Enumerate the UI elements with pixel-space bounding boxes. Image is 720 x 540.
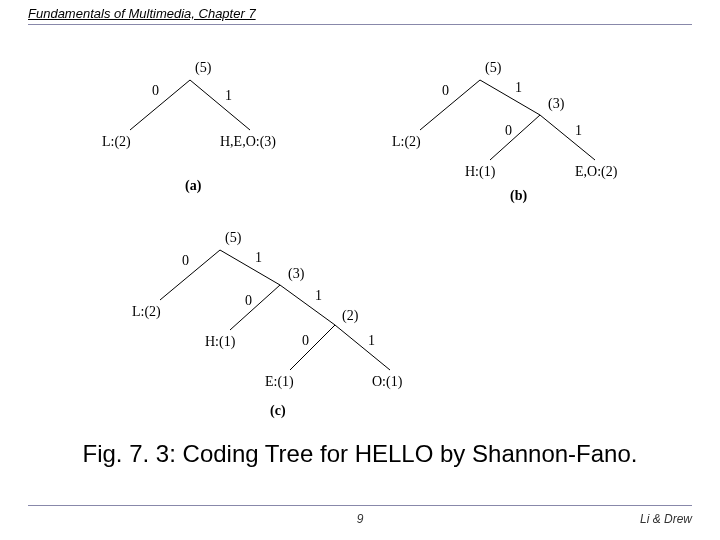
trees-svg: (5) 0 1 L:(2) H,E,O:(3) (a) (5) 0 1 L:(2… [100,60,640,440]
tree-c-sub2-count: (2) [342,308,359,324]
svg-line-2 [420,80,480,130]
tree-c-leaf-left: L:(2) [132,304,161,320]
footer-authors: Li & Drew [640,512,692,526]
svg-line-4 [490,115,540,160]
footer-page-number: 9 [357,512,364,526]
tree-c-root-count: (5) [225,230,242,246]
tree-b-edge-left: 0 [442,83,449,98]
svg-line-6 [160,250,220,300]
tree-a-edge-left: 0 [152,83,159,98]
tree-a-label: (a) [185,178,202,194]
slide-footer: 9 Li & Drew [28,505,692,526]
tree-a-root-count: (5) [195,60,212,76]
slide-header: Fundamentals of Multimedia, Chapter 7 [28,4,692,33]
tree-c-sub2-leaf-right: O:(1) [372,374,403,390]
tree-c-sub1-count: (3) [288,266,305,282]
tree-a-leaf-left: L:(2) [102,134,131,150]
tree-c-sub2-leaf-left: E:(1) [265,374,294,390]
tree-b: (5) 0 1 L:(2) (3) 0 1 H:(1) E,O:(2) (b) [392,60,618,204]
tree-c-sub1-edge-right: 1 [315,288,322,303]
header-title: Fundamentals of Multimedia, Chapter 7 [28,6,256,21]
tree-c-edge-right: 1 [255,250,262,265]
tree-b-root-count: (5) [485,60,502,76]
tree-c-sub2-edge-right: 1 [368,333,375,348]
svg-line-0 [130,80,190,130]
tree-c: (5) 0 1 L:(2) (3) 0 1 H:(1) (2) 0 1 E:(1… [132,230,403,419]
tree-b-edge-right: 1 [515,80,522,95]
tree-b-sub-leaf-left: H:(1) [465,164,496,180]
slide: Fundamentals of Multimedia, Chapter 7 (5… [0,0,720,540]
tree-c-sub1-edge-left: 0 [245,293,252,308]
svg-line-1 [190,80,250,130]
figure-area: (5) 0 1 L:(2) H,E,O:(3) (a) (5) 0 1 L:(2… [100,60,640,430]
tree-b-leaf-left: L:(2) [392,134,421,150]
svg-line-3 [480,80,540,115]
tree-b-sub-edge-right: 1 [575,123,582,138]
tree-b-label: (b) [510,188,527,204]
tree-c-sub1-leaf-left: H:(1) [205,334,236,350]
tree-c-sub2-edge-left: 0 [302,333,309,348]
svg-line-7 [220,250,280,285]
tree-a-leaf-right: H,E,O:(3) [220,134,276,150]
tree-b-sub-leaf-right: E,O:(2) [575,164,618,180]
tree-b-sub-edge-left: 0 [505,123,512,138]
svg-line-8 [230,285,280,330]
tree-c-label: (c) [270,403,286,419]
svg-line-10 [290,325,335,370]
tree-b-sub-count: (3) [548,96,565,112]
tree-a: (5) 0 1 L:(2) H,E,O:(3) (a) [102,60,276,194]
svg-line-5 [540,115,595,160]
figure-caption: Fig. 7. 3: Coding Tree for HELLO by Shan… [0,440,720,468]
tree-c-edge-left: 0 [182,253,189,268]
tree-a-edge-right: 1 [225,88,232,103]
svg-line-9 [280,285,335,325]
header-rule [28,24,692,25]
svg-line-11 [335,325,390,370]
footer-rule [28,505,692,506]
